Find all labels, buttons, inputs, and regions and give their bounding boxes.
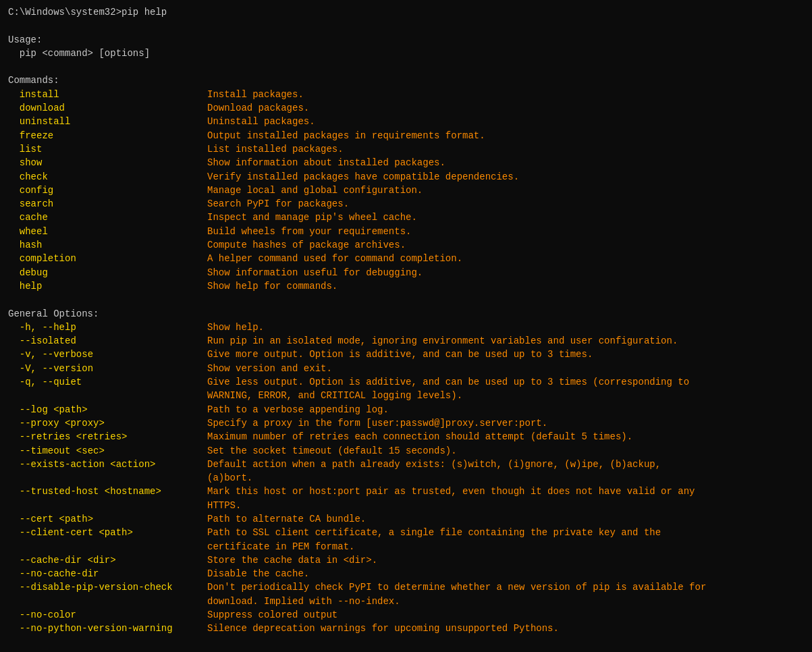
command-name: uninstall [8,115,207,128]
command-row: wheelBuild wheels from your requirements… [8,225,804,238]
command-row: listList installed packages. [8,142,804,156]
option-row: --no-cache-dirDisable the cache. [8,567,804,580]
option-name: -V, --version [8,362,207,375]
command-desc: Search PyPI for packages. [207,197,349,211]
command-row: helpShow help for commands. [8,279,804,293]
option-row: --no-colorSuppress colored output [8,608,804,622]
usage-cmd: pip <command> [options] [8,47,804,60]
option-desc: Give more output. Option is additive, an… [207,348,593,361]
command-desc: Manage local and global configuration. [207,184,423,197]
option-name: --proxy <proxy> [8,416,207,430]
terminal: C:\Windows\system32>pip help Usage: pip … [8,5,804,636]
command-row: checkVerify installed packages have comp… [8,170,804,184]
command-desc: Install packages. [207,88,304,101]
option-name-text: --no-python-version-warning [20,622,173,635]
option-name: -h, --help [8,321,207,334]
option-name: --timeout <sec> [8,444,207,458]
command-name-text: wheel [20,225,48,238]
option-name: --isolated [8,334,207,348]
option-name: --no-python-version-warning [8,622,207,635]
option-name-text: --no-cache-dir [20,567,99,580]
option-name-text: --exists-action <action> [20,458,156,471]
option-desc: Default action when a path already exist… [207,458,661,485]
option-row: --cache-dir <dir>Store the cache data in… [8,553,804,567]
command-name-text: show [20,156,43,169]
option-name-text: -h, --help [20,321,76,334]
command-desc: Show help for commands. [207,279,337,293]
blank-line-1 [8,19,804,32]
command-desc: Inspect and manage pip's wheel cache. [207,211,417,224]
command-name: list [8,142,207,156]
command-name: freeze [8,129,207,142]
option-name-text: --isolated [20,334,76,348]
command-row: freezeOutput installed packages in requi… [8,129,804,142]
command-row: downloadDownload packages. [8,101,804,115]
command-row: debugShow information useful for debuggi… [8,266,804,279]
command-name: download [8,101,207,115]
command-name-text: hash [20,238,43,252]
blank-line-3 [8,293,804,306]
command-name-text: list [20,142,43,156]
option-desc: Show version and exit. [207,362,332,375]
command-name: cache [8,211,207,224]
command-row: hashCompute hashes of package archives. [8,238,804,252]
option-desc: Show help. [207,321,264,334]
option-row: -h, --helpShow help. [8,321,804,334]
command-name-text: help [20,279,43,293]
command-desc: Show information useful for debugging. [207,266,423,279]
command-name: debug [8,266,207,279]
option-name-text: --client-cert <path> [20,526,133,539]
command-desc: Show information about installed package… [207,156,445,169]
command-desc: Build wheels from your requirements. [207,225,411,238]
option-desc: Mark this host or host:port pair as trus… [207,485,695,512]
option-row: --exists-action <action>Default action w… [8,458,804,485]
usage-header: Usage: [8,33,804,47]
command-name-text: debug [20,266,48,279]
option-name-text: --cache-dir <dir> [20,553,116,567]
blank-line-2 [8,60,804,74]
option-desc: Run pip in an isolated mode, ignoring en… [207,334,678,348]
command-row: completionA helper command used for comm… [8,252,804,265]
option-row: --cert <path>Path to alternate CA bundle… [8,512,804,526]
prompt-line: C:\Windows\system32>pip help [8,5,804,19]
option-name-text: --timeout <sec> [20,444,105,458]
command-name-text: install [20,88,59,101]
option-name-text: -q, --quiet [20,375,82,389]
command-row: cacheInspect and manage pip's wheel cach… [8,211,804,224]
option-desc: Don't periodically check PyPI to determi… [207,580,706,608]
option-row: --isolatedRun pip in an isolated mode, i… [8,334,804,348]
command-name-text: config [20,184,53,197]
command-name: install [8,88,207,101]
command-name-text: uninstall [20,115,71,128]
command-row: searchSearch PyPI for packages. [8,197,804,211]
command-name-text: completion [20,252,76,265]
command-name: hash [8,238,207,252]
option-row: --timeout <sec>Set the socket timeout (d… [8,444,804,458]
option-desc: Path to a verbose appending log. [207,403,389,416]
option-name-text: --retries <retries> [20,430,128,443]
option-name: --log <path> [8,403,207,416]
command-desc: List installed packages. [207,142,344,156]
option-name: --cert <path> [8,512,207,526]
option-name: --trusted-host <hostname> [8,485,207,498]
option-name-text: --trusted-host <hostname> [20,485,161,498]
commands-header: Commands: [8,74,804,87]
option-name-text: --disable-pip-version-check [20,580,173,594]
option-row: -V, --versionShow version and exit. [8,362,804,375]
option-desc: Specify a proxy in the form [user:passwd… [207,416,547,430]
option-name-text: -v, --verbose [20,348,93,361]
option-name: --no-color [8,608,207,622]
command-desc: Compute hashes of package archives. [207,238,406,252]
commands-list: installInstall packages. downloadDownloa… [8,88,804,293]
command-name-text: download [20,101,65,115]
option-desc: Path to SSL client certificate, a single… [207,526,661,553]
option-row: --retries <retries>Maximum number of ret… [8,430,804,443]
command-name-text: freeze [20,129,53,142]
option-row: --client-cert <path>Path to SSL client c… [8,526,804,553]
command-desc: Verify installed packages have compatibl… [207,170,519,184]
option-desc: Silence deprecation warnings for upcomin… [207,622,559,635]
command-name: completion [8,252,207,265]
option-desc: Suppress colored output [207,608,337,622]
option-row: -v, --verboseGive more output. Option is… [8,348,804,361]
option-desc: Maximum number of retries each connectio… [207,430,632,443]
